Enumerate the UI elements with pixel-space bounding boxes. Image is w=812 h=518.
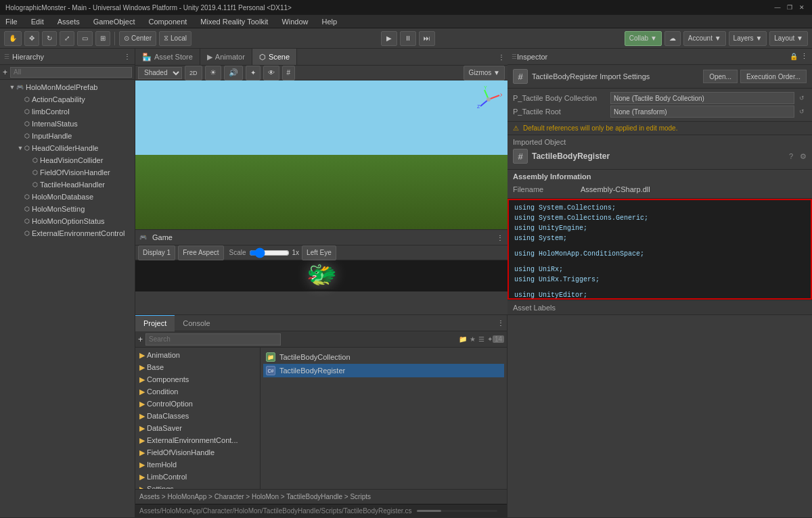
grid-btn[interactable]: # [282, 66, 296, 80]
character-breadcrumb[interactable]: Character [215, 493, 244, 500]
holomon-breadcrumb[interactable]: HoloMon [252, 493, 279, 500]
hierarchy-item[interactable]: ⬡ HoloMonOptionStatus [0, 215, 135, 227]
hidden-btn[interactable]: 👁 [263, 66, 279, 80]
hierarchy-item[interactable]: ⬡ ExternalEnvironmentControl [0, 227, 135, 239]
shading-dropdown[interactable]: Shaded [138, 67, 182, 79]
console-tab[interactable]: Console [175, 315, 218, 331]
project-tree-item[interactable]: ▶ DataSaver [135, 422, 260, 434]
center-btn[interactable]: ⊙ Center [119, 31, 156, 46]
file-item[interactable]: 📁 TactileBodyCollection [263, 350, 504, 364]
effects-btn[interactable]: ✦ [246, 66, 261, 80]
p-tactile-body-value[interactable]: None (Tactile Body Collection) [610, 92, 794, 104]
expand-arrow[interactable]: ▼ [16, 145, 24, 151]
lock-icon[interactable]: 🔒 [790, 53, 798, 60]
eye-btn[interactable]: Left Eye [302, 245, 336, 260]
account-btn[interactable]: Account ▼ [683, 31, 726, 46]
project-menu-btn[interactable]: ⋮ [495, 319, 507, 327]
project-tree-item[interactable]: ▶ Settings [135, 483, 260, 489]
project-tree-item[interactable]: ▶ ExternalEnvironmentCont... [135, 434, 260, 446]
project-tree-item[interactable]: ▶ Animation [135, 349, 260, 361]
imported-help-btn[interactable]: ? [789, 152, 793, 160]
code-viewer[interactable]: using System.Collections;using System.Co… [508, 199, 812, 300]
rect-tool[interactable]: ▭ [77, 31, 93, 46]
rotate-tool[interactable]: ↻ [42, 31, 57, 46]
inspector-menu-btn[interactable]: ⋮ [800, 52, 808, 61]
assets-breadcrumb[interactable]: Assets [139, 493, 160, 500]
cloud-btn[interactable]: ☁ [664, 31, 681, 46]
holomonapp-breadcrumb[interactable]: HoloMonApp [167, 493, 206, 500]
open-btn[interactable]: Open... [703, 70, 738, 83]
audio-btn[interactable]: 🔊 [224, 66, 243, 80]
project-tree-item[interactable]: ▶ Components [135, 373, 260, 385]
hierarchy-item[interactable]: ▼ ⬡ HeadColliderHandle [0, 142, 135, 154]
maximize-btn[interactable]: ❐ [785, 3, 794, 12]
menu-mrtk[interactable]: Mixed Reality Toolkit [198, 16, 271, 27]
pause-btn[interactable]: ⏸ [400, 31, 416, 46]
menu-component[interactable]: Component [145, 16, 189, 27]
project-tree-item[interactable]: ▶ FieldOfVisionHandle [135, 446, 260, 458]
project-tree-item[interactable]: ▶ LimbControl [135, 471, 260, 483]
hierarchy-search[interactable] [10, 67, 132, 78]
folder-icon[interactable]: 📁 [459, 335, 467, 343]
hierarchy-item[interactable]: ⬡ InternalStatus [0, 118, 135, 130]
p-tactile-root-reset[interactable]: ↺ [797, 107, 807, 116]
list-icon[interactable]: ☰ [478, 335, 484, 343]
menu-help[interactable]: Help [319, 16, 340, 27]
imported-settings-btn[interactable]: ⚙ [800, 152, 807, 161]
scene-menu-btn[interactable]: ⋮ [495, 49, 508, 65]
project-search[interactable] [145, 333, 281, 346]
exec-order-btn[interactable]: Execution Order... [740, 70, 807, 83]
scale-tool[interactable]: ⤢ [60, 31, 74, 46]
lighting-btn[interactable]: ☀ [205, 66, 221, 80]
aspect-btn[interactable]: Free Aspect [178, 245, 223, 260]
project-tree-item-condition[interactable]: ▶ Condition [135, 385, 260, 398]
hierarchy-item[interactable]: ⬡ ActionCapability [0, 93, 135, 105]
animator-tab[interactable]: ▶ Animator [200, 49, 252, 65]
project-tab[interactable]: Project [135, 315, 175, 331]
local-btn[interactable]: ⧖ Local [159, 31, 191, 46]
p-tactile-root-value[interactable]: None (Transform) [610, 105, 794, 118]
hierarchy-item[interactable]: ⬡ HoloMonDatabase [0, 191, 135, 203]
step-btn[interactable]: ⏭ [419, 31, 435, 46]
project-tree-item[interactable]: ▶ ControlOption [135, 398, 260, 410]
minimize-btn[interactable]: — [773, 3, 782, 12]
scripts-breadcrumb[interactable]: Scripts [350, 493, 371, 500]
game-menu-btn[interactable]: ⋮ [497, 234, 503, 241]
expand-arrow[interactable]: ▼ [8, 84, 16, 91]
hierarchy-item[interactable]: ⬡ InputHandle [0, 130, 135, 142]
scale-slider[interactable] [249, 248, 290, 258]
hierarchy-item[interactable]: ▼ 🎮 HoloMonModelPrefab [0, 81, 135, 93]
inspector-drag[interactable]: ☰ [512, 53, 517, 60]
menu-gameobject[interactable]: GameObject [91, 16, 138, 27]
add-project-btn[interactable]: + [138, 335, 143, 344]
multi-tool[interactable]: ⊞ [95, 31, 110, 46]
move-tool[interactable]: ✥ [24, 31, 39, 46]
hierarchy-item[interactable]: ⬡ TactileHeadHandler [0, 179, 135, 191]
2d-btn[interactable]: 2D [185, 66, 202, 80]
layers-btn[interactable]: Layers ▼ [729, 31, 767, 46]
p-tactile-body-reset[interactable]: ↺ [797, 93, 807, 103]
project-tree-item[interactable]: ▶ DataClasses [135, 410, 260, 422]
play-btn[interactable]: ▶ [381, 31, 397, 46]
close-btn[interactable]: ✕ [797, 3, 807, 12]
gizmos-btn[interactable]: Gizmos ▼ [464, 66, 505, 80]
menu-window[interactable]: Window [279, 16, 311, 27]
layout-btn[interactable]: Layout ▼ [769, 31, 808, 46]
hierarchy-item[interactable]: ⬡ limbControl [0, 105, 135, 118]
collab-btn[interactable]: Collab ▼ [625, 31, 662, 46]
star-icon[interactable]: ★ [470, 335, 476, 343]
display-btn[interactable]: Display 1 [138, 245, 175, 260]
hand-tool[interactable]: ✋ [4, 31, 22, 46]
menu-file[interactable]: File [3, 16, 20, 27]
hierarchy-item[interactable]: ⬡ FieldOfVisionHandler [0, 166, 135, 179]
hierarchy-item[interactable]: ⬡ HoloMonSetting [0, 203, 135, 215]
hierarchy-item[interactable]: ⬡ HeadVisionCollider [0, 154, 135, 166]
drag-handle[interactable]: ☰ [4, 53, 9, 60]
scene-tab[interactable]: ⬡ Scene [252, 49, 297, 65]
hierarchy-menu-btn[interactable]: ⋮ [124, 53, 131, 60]
asset-store-tab[interactable]: 🏪 Asset Store [135, 49, 200, 65]
file-item-selected[interactable]: C# TactileBodyRegister [263, 364, 504, 377]
project-tree-item[interactable]: ▶ ItemHold [135, 458, 260, 471]
add-hierarchy-btn[interactable]: + [3, 68, 7, 77]
project-tree-item[interactable]: ▶ Base [135, 361, 260, 373]
